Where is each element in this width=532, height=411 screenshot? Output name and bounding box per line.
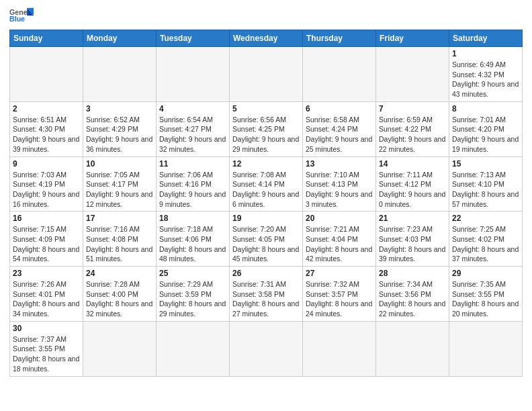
calendar-cell <box>303 321 376 376</box>
calendar-cell: 25Sunrise: 7:29 AM Sunset: 3:59 PM Dayli… <box>157 267 230 322</box>
day-number: 2 <box>13 104 80 113</box>
day-info: Sunrise: 6:58 AM Sunset: 4:24 PM Dayligh… <box>306 115 373 154</box>
day-number: 5 <box>232 104 300 113</box>
day-info: Sunrise: 7:25 AM Sunset: 4:02 PM Dayligh… <box>452 224 519 264</box>
calendar-cell: 28Sunrise: 7:34 AM Sunset: 3:56 PM Dayli… <box>376 267 449 322</box>
logo-icon: General Blue <box>9 7 34 26</box>
day-info: Sunrise: 7:01 AM Sunset: 4:20 PM Dayligh… <box>452 115 519 154</box>
day-number: 19 <box>232 214 300 223</box>
day-number: 28 <box>379 269 446 278</box>
day-number: 1 <box>452 49 519 58</box>
calendar-cell: 12Sunrise: 7:08 AM Sunset: 4:14 PM Dayli… <box>230 156 303 212</box>
calendar-cell: 19Sunrise: 7:20 AM Sunset: 4:05 PM Dayli… <box>230 212 303 267</box>
day-info: Sunrise: 7:18 AM Sunset: 4:06 PM Dayligh… <box>159 224 226 264</box>
day-info: Sunrise: 7:13 AM Sunset: 4:10 PM Dayligh… <box>452 170 519 210</box>
calendar-cell: 18Sunrise: 7:18 AM Sunset: 4:06 PM Dayli… <box>157 212 230 267</box>
calendar-cell <box>376 321 449 376</box>
calendar-cell <box>376 47 449 102</box>
day-info: Sunrise: 7:23 AM Sunset: 4:03 PM Dayligh… <box>379 224 446 264</box>
day-number: 3 <box>86 104 153 113</box>
header-wednesday: Wednesday <box>230 30 303 47</box>
day-info: Sunrise: 6:56 AM Sunset: 4:25 PM Dayligh… <box>232 115 300 154</box>
day-number: 7 <box>379 104 446 113</box>
day-info: Sunrise: 6:51 AM Sunset: 4:30 PM Dayligh… <box>13 115 80 154</box>
day-number: 9 <box>13 159 80 169</box>
calendar-cell <box>303 47 376 102</box>
header-monday: Monday <box>83 30 157 47</box>
calendar-cell <box>230 321 303 376</box>
header-thursday: Thursday <box>303 30 376 47</box>
calendar-cell: 26Sunrise: 7:31 AM Sunset: 3:58 PM Dayli… <box>230 267 303 322</box>
day-info: Sunrise: 7:10 AM Sunset: 4:13 PM Dayligh… <box>306 170 373 210</box>
calendar-cell <box>10 47 83 102</box>
calendar-cell: 4Sunrise: 6:54 AM Sunset: 4:27 PM Daylig… <box>157 101 230 156</box>
calendar-cell: 5Sunrise: 6:56 AM Sunset: 4:25 PM Daylig… <box>230 101 303 156</box>
day-number: 22 <box>452 214 519 223</box>
day-info: Sunrise: 7:08 AM Sunset: 4:14 PM Dayligh… <box>232 170 300 210</box>
calendar-cell: 11Sunrise: 7:06 AM Sunset: 4:16 PM Dayli… <box>157 156 230 212</box>
calendar-cell: 15Sunrise: 7:13 AM Sunset: 4:10 PM Dayli… <box>449 156 523 212</box>
day-info: Sunrise: 7:31 AM Sunset: 3:58 PM Dayligh… <box>232 279 300 319</box>
day-info: Sunrise: 7:03 AM Sunset: 4:19 PM Dayligh… <box>13 170 80 210</box>
calendar-cell: 17Sunrise: 7:16 AM Sunset: 4:08 PM Dayli… <box>83 212 157 267</box>
day-info: Sunrise: 7:26 AM Sunset: 4:01 PM Dayligh… <box>13 279 80 319</box>
calendar-cell: 8Sunrise: 7:01 AM Sunset: 4:20 PM Daylig… <box>449 101 523 156</box>
day-number: 30 <box>13 324 80 333</box>
day-number: 12 <box>232 159 300 169</box>
calendar-cell <box>83 47 157 102</box>
calendar-cell: 21Sunrise: 7:23 AM Sunset: 4:03 PM Dayli… <box>376 212 449 267</box>
day-number: 14 <box>379 159 446 169</box>
calendar-cell: 3Sunrise: 6:52 AM Sunset: 4:29 PM Daylig… <box>83 101 157 156</box>
day-info: Sunrise: 7:05 AM Sunset: 4:17 PM Dayligh… <box>86 170 153 210</box>
day-number: 25 <box>159 269 226 278</box>
day-number: 8 <box>452 104 519 113</box>
day-info: Sunrise: 7:35 AM Sunset: 3:55 PM Dayligh… <box>452 279 519 319</box>
day-info: Sunrise: 7:20 AM Sunset: 4:05 PM Dayligh… <box>232 224 300 264</box>
calendar-cell: 10Sunrise: 7:05 AM Sunset: 4:17 PM Dayli… <box>83 156 157 212</box>
calendar-page: General Blue Sunday Monday Tuesday Wedne… <box>0 0 532 411</box>
calendar-cell: 24Sunrise: 7:28 AM Sunset: 4:00 PM Dayli… <box>83 267 157 322</box>
day-number: 17 <box>86 214 153 223</box>
header-saturday: Saturday <box>449 30 523 47</box>
day-number: 26 <box>232 269 300 278</box>
day-number: 11 <box>159 159 226 169</box>
calendar-cell: 1Sunrise: 6:49 AM Sunset: 4:32 PM Daylig… <box>449 47 523 102</box>
header-friday: Friday <box>376 30 449 47</box>
day-number: 24 <box>86 269 153 278</box>
day-info: Sunrise: 7:37 AM Sunset: 3:55 PM Dayligh… <box>13 334 80 374</box>
logo: General Blue <box>9 7 34 26</box>
day-number: 27 <box>306 269 373 278</box>
day-info: Sunrise: 7:11 AM Sunset: 4:12 PM Dayligh… <box>379 170 446 210</box>
day-info: Sunrise: 7:32 AM Sunset: 3:57 PM Dayligh… <box>306 279 373 319</box>
header-sunday: Sunday <box>10 30 83 47</box>
calendar-cell: 13Sunrise: 7:10 AM Sunset: 4:13 PM Dayli… <box>303 156 376 212</box>
calendar-cell: 20Sunrise: 7:21 AM Sunset: 4:04 PM Dayli… <box>303 212 376 267</box>
day-number: 15 <box>452 159 519 169</box>
calendar-cell: 29Sunrise: 7:35 AM Sunset: 3:55 PM Dayli… <box>449 267 523 322</box>
day-info: Sunrise: 7:29 AM Sunset: 3:59 PM Dayligh… <box>159 279 226 319</box>
calendar-cell: 16Sunrise: 7:15 AM Sunset: 4:09 PM Dayli… <box>10 212 83 267</box>
day-number: 29 <box>452 269 519 278</box>
day-number: 16 <box>13 214 80 223</box>
day-number: 6 <box>306 104 373 113</box>
calendar-cell <box>157 321 230 376</box>
day-info: Sunrise: 7:15 AM Sunset: 4:09 PM Dayligh… <box>13 224 80 264</box>
calendar-cell: 23Sunrise: 7:26 AM Sunset: 4:01 PM Dayli… <box>10 267 83 322</box>
day-info: Sunrise: 7:21 AM Sunset: 4:04 PM Dayligh… <box>306 224 373 264</box>
day-info: Sunrise: 7:28 AM Sunset: 4:00 PM Dayligh… <box>86 279 153 319</box>
calendar-cell <box>449 321 523 376</box>
calendar-cell: 27Sunrise: 7:32 AM Sunset: 3:57 PM Dayli… <box>303 267 376 322</box>
calendar-cell: 9Sunrise: 7:03 AM Sunset: 4:19 PM Daylig… <box>10 156 83 212</box>
day-info: Sunrise: 7:06 AM Sunset: 4:16 PM Dayligh… <box>159 170 226 210</box>
day-info: Sunrise: 6:49 AM Sunset: 4:32 PM Dayligh… <box>452 60 519 99</box>
calendar-cell <box>230 47 303 102</box>
day-number: 18 <box>159 214 226 223</box>
svg-text:Blue: Blue <box>9 15 25 23</box>
day-number: 10 <box>86 159 153 169</box>
day-number: 20 <box>306 214 373 223</box>
day-number: 21 <box>379 214 446 223</box>
day-info: Sunrise: 7:34 AM Sunset: 3:56 PM Dayligh… <box>379 279 446 319</box>
calendar-cell <box>157 47 230 102</box>
calendar-cell: 7Sunrise: 6:59 AM Sunset: 4:22 PM Daylig… <box>376 101 449 156</box>
day-number: 13 <box>306 159 373 169</box>
